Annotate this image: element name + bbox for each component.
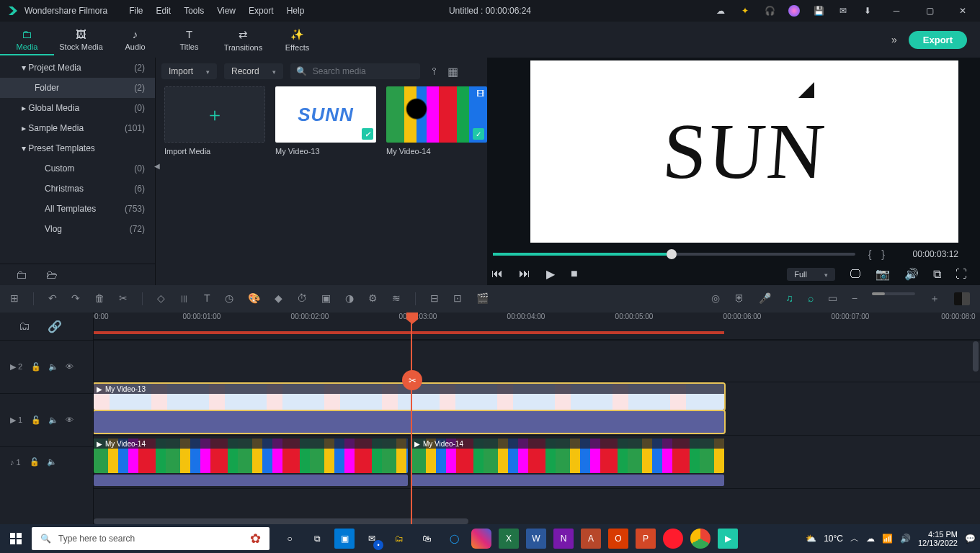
- time-ruler[interactable]: 00:00 00:00:01:00 00:00:02:00 00:00:03:0…: [94, 313, 980, 340]
- import-media-thumb[interactable]: ＋: [164, 86, 265, 143]
- sidebar-global-media[interactable]: ▸ Global Media(0): [0, 98, 155, 118]
- notifications-icon[interactable]: 💬: [965, 534, 976, 544]
- preview-quality-dropdown[interactable]: Full: [787, 268, 835, 281]
- sound-icon[interactable]: 🔊: [900, 534, 911, 544]
- timeline-body[interactable]: 00:00 00:00:01:00 00:00:02:00 00:00:03:0…: [94, 313, 980, 527]
- chrome-icon[interactable]: [690, 529, 710, 549]
- sidebar-sample-media[interactable]: ▸ Sample Media(101): [0, 118, 155, 138]
- audio-wave-icon[interactable]: ≋: [392, 292, 401, 305]
- compare-icon[interactable]: ⧉: [933, 268, 941, 281]
- tab-effects[interactable]: ✨Effects: [270, 28, 324, 52]
- more-tabs-icon[interactable]: »: [891, 34, 897, 45]
- weather-text[interactable]: 10°C: [824, 534, 843, 544]
- mute-icon[interactable]: 🔈: [47, 457, 57, 467]
- tab-transitions[interactable]: ⇄Transitions: [216, 28, 270, 52]
- sidebar-all-templates[interactable]: All Templates(753): [0, 199, 155, 219]
- delete-icon[interactable]: 🗑: [94, 292, 104, 305]
- marker-add-icon[interactable]: ▭: [828, 292, 837, 305]
- menu-export[interactable]: Export: [249, 6, 274, 16]
- grid-view-icon[interactable]: ▦: [447, 65, 458, 78]
- filter-icon[interactable]: ⫯: [432, 65, 437, 78]
- crop-icon[interactable]: ⫼: [179, 292, 190, 305]
- group-icon[interactable]: ⊟: [430, 292, 439, 305]
- new-folder-icon[interactable]: 🗁: [46, 269, 58, 282]
- music-icon[interactable]: ♫: [785, 292, 793, 305]
- preview-canvas[interactable]: SUN: [530, 60, 958, 243]
- playhead[interactable]: ✂: [411, 315, 412, 524]
- filmora-taskbar-icon[interactable]: ▶: [718, 529, 738, 549]
- redo-icon[interactable]: ↷: [71, 292, 80, 305]
- new-bin-icon[interactable]: 🗀: [16, 269, 27, 282]
- sidebar-vlog[interactable]: Vlog(72): [0, 219, 155, 239]
- track-header-a1[interactable]: ♪ 1 🔓🔈: [0, 446, 93, 477]
- sidebar-folder[interactable]: Folder(2): [0, 78, 155, 98]
- sidebar-project-media[interactable]: ▾ Project Media(2): [0, 58, 155, 78]
- avatar-icon[interactable]: [788, 5, 800, 17]
- tracking-icon[interactable]: ◎: [711, 292, 720, 305]
- wifi-icon[interactable]: 📶: [882, 534, 893, 544]
- clip-v14-a-audio[interactable]: [94, 475, 408, 486]
- track-v1[interactable]: ▶My Video-14 ▶My Video-14: [94, 435, 980, 488]
- next-frame-icon[interactable]: ⏭: [519, 267, 530, 281]
- outlook-icon[interactable]: O: [608, 529, 628, 549]
- track-v2[interactable]: ▶My Video-13: [94, 382, 980, 435]
- menu-tools[interactable]: Tools: [184, 6, 204, 16]
- thumbnail-mode-icon[interactable]: [954, 292, 970, 305]
- prev-frame-icon[interactable]: ⏮: [491, 267, 503, 281]
- cortana-icon[interactable]: ○: [280, 529, 300, 549]
- onedrive-icon[interactable]: ☁: [866, 534, 875, 544]
- split-icon[interactable]: ✂: [402, 370, 422, 390]
- tab-media[interactable]: 🗀Media: [0, 28, 54, 55]
- sidebar-christmas[interactable]: Christmas(6): [0, 179, 155, 199]
- marker-shield-icon[interactable]: ⛨: [734, 292, 744, 305]
- sidebar-preset-templates[interactable]: ▾ Preset Templates: [0, 138, 155, 158]
- import-media-card[interactable]: ＋ Import Media: [164, 86, 265, 156]
- mic-icon[interactable]: 🎤: [759, 292, 771, 305]
- opera-icon[interactable]: [663, 529, 683, 549]
- display-icon[interactable]: 🖵: [850, 268, 861, 281]
- clock[interactable]: 4:15 PM12/13/2022: [918, 530, 958, 547]
- text-tool-icon[interactable]: T: [204, 292, 210, 305]
- excel-icon[interactable]: X: [499, 529, 519, 549]
- zoom-slider[interactable]: [872, 292, 915, 295]
- clip-my-video-13[interactable]: SUNN 🎞 ✓ My Video-13: [275, 86, 376, 156]
- record-vo-icon[interactable]: 🎬: [476, 292, 489, 305]
- fullscreen-icon[interactable]: ⛶: [956, 268, 967, 281]
- mask-icon[interactable]: ◑: [345, 292, 354, 305]
- media-search[interactable]: 🔍Search media: [290, 63, 420, 79]
- color-icon[interactable]: 🎨: [248, 292, 260, 305]
- ungroup-icon[interactable]: ⊡: [453, 292, 462, 305]
- magnet-icon[interactable]: ⌕: [808, 292, 814, 305]
- onenote-icon[interactable]: N: [553, 529, 574, 549]
- track-a1[interactable]: [94, 488, 980, 518]
- tab-audio[interactable]: ♪Audio: [108, 28, 162, 51]
- tab-stock-media[interactable]: 🖼Stock Media: [54, 28, 108, 51]
- access-icon[interactable]: A: [581, 529, 601, 549]
- app-icon[interactable]: ▣: [334, 529, 355, 549]
- edge-icon[interactable]: ◯: [444, 529, 464, 549]
- clip-thumb-14[interactable]: 🎞 ✓: [386, 86, 487, 143]
- sidebar-custom[interactable]: Custom(0): [0, 158, 155, 179]
- tag-icon[interactable]: ◇: [157, 292, 165, 305]
- preview-scrubber[interactable]: [493, 253, 855, 256]
- adjust-icon[interactable]: ⚙: [368, 292, 378, 305]
- record-dropdown[interactable]: Record: [224, 63, 283, 79]
- lock-icon[interactable]: 🔓: [31, 415, 41, 425]
- play-icon[interactable]: ▶: [546, 267, 555, 281]
- mail-app-icon[interactable]: ✉•: [362, 529, 382, 549]
- store-icon[interactable]: 🛍: [416, 529, 437, 549]
- mute-icon[interactable]: 🔈: [48, 415, 58, 425]
- idea-icon[interactable]: ✦: [739, 5, 751, 17]
- zoom-out-icon[interactable]: −: [852, 292, 858, 305]
- headphones-icon[interactable]: 🎧: [764, 5, 775, 17]
- word-icon[interactable]: W: [526, 529, 546, 549]
- clip-v14-b-audio[interactable]: [411, 475, 724, 486]
- clip-my-video-14[interactable]: 🎞 ✓ My Video-14: [386, 86, 487, 156]
- weather-icon[interactable]: ⛅: [806, 534, 816, 544]
- clip-v14-a[interactable]: ▶My Video-14: [94, 439, 408, 473]
- import-dropdown[interactable]: Import: [161, 63, 217, 79]
- tray-expand-icon[interactable]: ︿: [850, 533, 859, 545]
- menu-view[interactable]: View: [217, 6, 236, 16]
- keyframe-icon[interactable]: ◆: [275, 292, 282, 305]
- powerpoint-icon[interactable]: P: [636, 529, 656, 549]
